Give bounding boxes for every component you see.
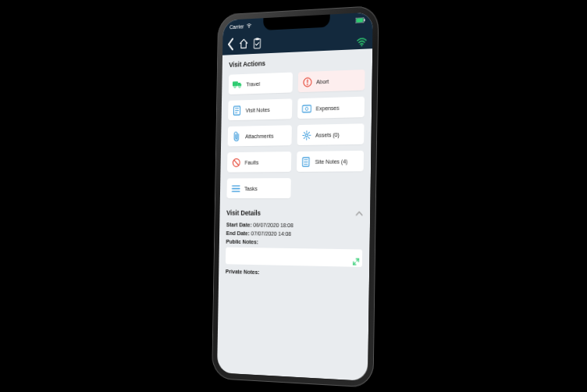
- wifi-icon: [247, 23, 252, 28]
- public-notes-label: Public Notes:: [226, 238, 362, 248]
- connection-icon: [357, 37, 367, 47]
- tile-label: Expenses: [316, 104, 340, 112]
- private-notes-label: Private Notes:: [226, 268, 362, 278]
- expand-icon[interactable]: [353, 258, 359, 265]
- tile-label: Abort: [316, 77, 329, 85]
- visit-details-section: Visit Details Start Date: 06/07/2020 18:…: [219, 205, 370, 285]
- tile-label: Assets (0): [315, 131, 340, 139]
- start-date-row: Start Date: 06/07/2020 18:08: [226, 221, 363, 230]
- tile-label: Site Notes (4): [315, 158, 348, 166]
- list-icon: [231, 183, 240, 194]
- svg-rect-3: [364, 19, 365, 21]
- actions-grid: Travel Abort Visit Notes: [220, 66, 372, 205]
- paperclip-icon: [232, 131, 241, 142]
- svg-rect-2: [356, 18, 363, 22]
- svg-line-30: [357, 258, 359, 261]
- carrier-label: Carrier: [229, 23, 244, 30]
- chevron-up-icon[interactable]: [356, 211, 363, 216]
- svg-rect-4: [254, 38, 260, 48]
- tile-label: Faults: [244, 159, 258, 166]
- back-icon[interactable]: [226, 38, 235, 51]
- tile-label: Travel: [246, 80, 260, 87]
- svg-point-0: [249, 27, 250, 27]
- svg-point-8: [234, 85, 236, 87]
- tile-label: Visit Notes: [246, 106, 270, 114]
- truck-icon: [233, 79, 242, 90]
- svg-rect-5: [256, 37, 259, 40]
- visit-details-header: Visit Details: [226, 209, 261, 217]
- clipboard-icon[interactable]: [253, 37, 262, 48]
- home-icon[interactable]: [239, 38, 249, 49]
- svg-line-29: [354, 262, 356, 265]
- tile-label: Tasks: [244, 185, 258, 192]
- fault-icon: [231, 157, 240, 168]
- public-notes-input[interactable]: [226, 248, 362, 267]
- note-icon: [232, 105, 241, 116]
- svg-point-6: [361, 45, 362, 46]
- battery-icon: [355, 17, 365, 23]
- end-date-row: End Date: 07/07/2020 14:08: [226, 230, 363, 238]
